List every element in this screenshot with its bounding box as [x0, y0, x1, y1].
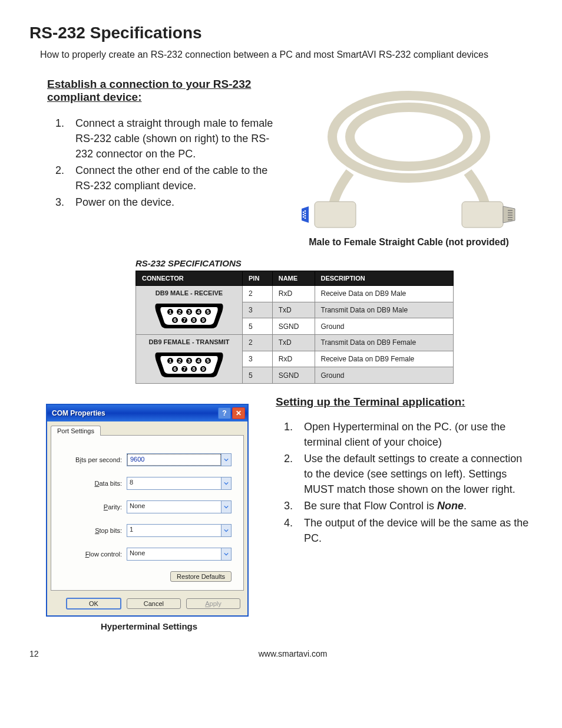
section1-steps: Connect a straight through male to femal…	[47, 116, 273, 210]
svg-text:1: 1	[168, 309, 171, 315]
cell-desc: Ground	[315, 318, 454, 335]
svg-point-1	[350, 107, 468, 166]
label-data-bits: Data bits:	[63, 480, 127, 487]
cable-image	[297, 78, 521, 231]
svg-text:8: 8	[192, 366, 195, 372]
cell-desc: Ground	[315, 367, 454, 384]
th-desc: DESCRIPTION	[315, 271, 454, 286]
svg-text:3: 3	[187, 358, 190, 364]
flow-control-select[interactable]: None	[127, 548, 232, 561]
cell-name: SGND	[272, 367, 315, 384]
svg-point-6	[305, 218, 306, 219]
cell-name: RxD	[272, 286, 315, 302]
restore-defaults-button[interactable]: Restore Defaults	[170, 571, 232, 582]
list-item: Be sure that Flow Control is None.	[296, 498, 533, 513]
ok-button[interactable]: OK	[66, 598, 121, 610]
cell-pin: 5	[243, 318, 273, 335]
cell-desc: Receive Data on DB9 Male	[315, 286, 454, 302]
page-title: RS-232 Specifications	[29, 24, 533, 42]
label-stop-bits: Stop bits:	[63, 527, 127, 534]
data-bits-select[interactable]: 8	[127, 477, 232, 490]
dialog-caption: Hyperterminal Settings	[46, 621, 252, 631]
th-pin: PIN	[243, 271, 273, 286]
svg-text:6: 6	[173, 366, 176, 372]
connector-female: DB9 FEMALE - TRANSMIT 1 2 3 4 5 6 7 8 9	[136, 335, 243, 384]
connector-male: DB9 MALE - RECEIVE 1 2 3 4 5 6 7 8 9	[136, 286, 243, 335]
chevron-down-icon	[221, 477, 231, 489]
chevron-down-icon	[221, 454, 231, 466]
tab-port-settings[interactable]: Port Settings	[51, 426, 101, 436]
svg-point-8	[303, 214, 305, 216]
svg-text:9: 9	[201, 366, 204, 372]
cell-pin: 2	[243, 335, 273, 351]
list-item: Use the default settings to create a con…	[296, 451, 533, 497]
svg-text:2: 2	[178, 309, 181, 315]
cell-name: TxD	[272, 302, 315, 318]
svg-text:2: 2	[178, 358, 181, 364]
cable-caption: Male to Female Straight Cable (not provi…	[285, 237, 533, 248]
com-properties-dialog: COM Properties ? ✕ Port Settings Bits pe…	[46, 404, 249, 617]
list-item: Open Hyperterminal on the PC. (or use th…	[296, 419, 533, 450]
list-item: Power on the device.	[67, 195, 273, 210]
svg-text:8: 8	[192, 317, 195, 323]
svg-text:5: 5	[206, 358, 209, 364]
svg-text:3: 3	[187, 309, 190, 315]
svg-point-4	[305, 213, 306, 215]
svg-text:4: 4	[197, 309, 200, 315]
svg-text:4: 4	[197, 358, 200, 364]
list-item: Connect the other end of the cable to th…	[67, 163, 273, 193]
parity-select[interactable]: None	[127, 500, 232, 513]
chevron-down-icon	[221, 548, 231, 560]
apply-button[interactable]: Apply	[186, 598, 240, 609]
cell-pin: 5	[243, 367, 273, 384]
svg-text:5: 5	[206, 309, 209, 315]
svg-point-3	[305, 210, 306, 212]
page-number: 12	[29, 649, 53, 658]
list-item: Connect a straight through male to femal…	[67, 116, 273, 162]
svg-point-9	[303, 216, 305, 218]
svg-text:9: 9	[201, 317, 204, 323]
svg-text:6: 6	[173, 317, 176, 323]
cell-desc: Transmit Data on DB9 Female	[315, 335, 454, 351]
close-button[interactable]: ✕	[232, 407, 245, 419]
db9-male-icon: 1 2 3 4 5 6 7 8 9	[154, 300, 224, 330]
cell-name: TxD	[272, 335, 315, 351]
footer-url: www.smartavi.com	[53, 649, 533, 658]
chevron-down-icon	[221, 501, 231, 513]
intro-text: How to properly create an RS-232 connect…	[40, 50, 533, 60]
label-flow-control: Flow control:	[63, 551, 127, 558]
svg-point-5	[305, 215, 306, 217]
chevron-down-icon	[221, 525, 231, 536]
svg-rect-10	[462, 202, 503, 228]
th-name: NAME	[272, 271, 315, 286]
th-connector: CONNECTOR	[136, 271, 243, 286]
cell-name: RxD	[272, 351, 315, 367]
cell-pin: 3	[243, 351, 273, 367]
stop-bits-select[interactable]: 1	[127, 524, 232, 537]
svg-text:1: 1	[168, 358, 171, 364]
spec-table: CONNECTOR PIN NAME DESCRIPTION DB9 MALE …	[135, 271, 454, 384]
cell-name: SGND	[272, 318, 315, 335]
bits-per-second-select[interactable]: 9600	[127, 453, 232, 466]
cancel-button[interactable]: Cancel	[127, 598, 181, 609]
cell-desc: Transmit Data on DB9 Male	[315, 302, 454, 318]
cell-pin: 2	[243, 286, 273, 302]
help-button[interactable]: ?	[218, 407, 231, 419]
section2-heading: Setting up the Terminal application:	[276, 396, 533, 409]
cell-desc: Receive Data on DB9 Female	[315, 351, 454, 367]
list-item: The output of the device will be the sam…	[296, 515, 533, 546]
svg-point-7	[303, 212, 305, 213]
dialog-title: COM Properties	[52, 409, 217, 417]
svg-rect-2	[315, 202, 356, 228]
svg-text:7: 7	[183, 366, 186, 372]
label-bits-per-second: Bits per second:	[63, 456, 127, 463]
label-parity: Parity:	[63, 503, 127, 510]
db9-female-icon: 1 2 3 4 5 6 7 8 9	[154, 349, 224, 378]
section2-steps: Open Hyperterminal on the PC. (or use th…	[276, 419, 533, 546]
dialog-titlebar[interactable]: COM Properties ? ✕	[47, 405, 247, 421]
svg-text:7: 7	[183, 317, 186, 323]
section1-heading: Establish a connection to your RS-232 co…	[47, 78, 273, 104]
cell-pin: 3	[243, 302, 273, 318]
spec-title: RS-232 SPECIFICATIONS	[135, 258, 454, 268]
